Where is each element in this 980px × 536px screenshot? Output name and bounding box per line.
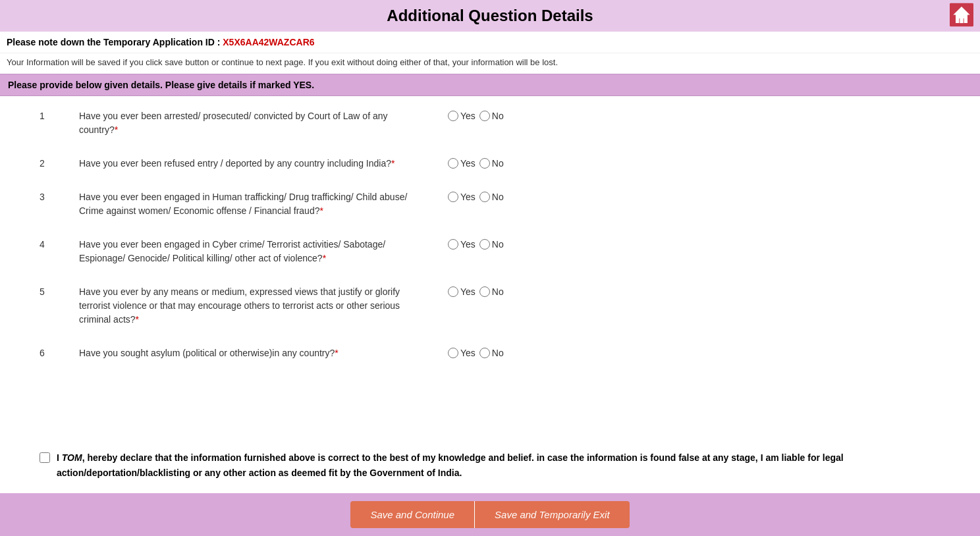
required-marker-4: * [323,253,326,263]
question-num-4: 4 [40,238,79,250]
radio-group-3: Yes No [448,190,504,202]
declaration-name: TOM [62,452,82,463]
question-row-inner-3: 3 Have you ever been engaged in Human tr… [40,190,940,218]
radio-no-2[interactable] [479,158,490,169]
save-exit-button[interactable]: Save and Temporarily Exit [474,501,630,528]
radio-no-4[interactable] [479,239,490,250]
page-wrapper: Additional Question Details Please note … [0,0,980,536]
required-marker-2: * [391,158,395,169]
radio-yes-text-3: Yes [460,192,476,202]
radio-yes-text-6: Yes [460,348,476,358]
radio-no-label-4[interactable]: No [479,239,504,250]
info-text: Your Information will be saved if you cl… [0,53,980,74]
radio-group-2: Yes No [448,157,504,169]
question-row-inner-1: 1 Have you ever been arrested/ prosecute… [40,109,940,137]
question-text-4: Have you ever been engaged in Cyber crim… [79,238,408,265]
declaration-content: I TOM, hereby declare that the informati… [57,450,940,480]
radio-no-label-5[interactable]: No [479,286,504,297]
question-num-3: 3 [40,190,79,202]
app-id-value: X5X6AA42WAZCAR6 [223,37,314,47]
radio-yes-5[interactable] [448,286,458,297]
svg-rect-2 [960,18,963,23]
radio-yes-text-5: Yes [460,286,476,297]
radio-no-text-6: No [492,348,504,358]
radio-no-label-2[interactable]: No [479,158,504,169]
footer-bar: Save and Continue Save and Temporarily E… [0,493,980,536]
radio-no-label-6[interactable]: No [479,348,504,358]
radio-no-text-1: No [492,111,504,121]
question-row-inner-2: 2 Have you ever been refused entry / dep… [40,157,940,171]
declaration-area: I TOM, hereby declare that the informati… [0,444,980,493]
radio-yes-1[interactable] [448,111,458,121]
radio-no-1[interactable] [479,111,490,121]
question-row-4: 4 Have you ever been engaged in Cyber cr… [40,238,940,265]
radio-yes-2[interactable] [448,158,458,169]
required-marker-1: * [115,124,118,135]
radio-yes-label-5[interactable]: Yes [448,286,476,297]
declaration-strong: I TOM, hereby declare that the informati… [57,452,844,477]
declaration-text: I TOM, hereby declare that the informati… [40,450,940,480]
home-icon[interactable] [950,3,973,29]
question-text-1: Have you ever been arrested/ prosecuted/… [79,109,408,137]
instruction-bar: Please provide below given details. Plea… [0,74,980,96]
required-marker-6: * [335,348,338,358]
question-text-3: Have you ever been engaged in Human traf… [79,190,408,218]
radio-group-1: Yes No [448,109,504,121]
question-row-2: 2 Have you ever been refused entry / dep… [40,157,940,171]
radio-yes-label-6[interactable]: Yes [448,348,476,358]
radio-no-label-1[interactable]: No [479,111,504,121]
question-num-2: 2 [40,157,79,169]
radio-yes-6[interactable] [448,348,458,358]
question-num-5: 5 [40,285,79,297]
radio-yes-text-1: Yes [460,111,476,121]
question-text-5: Have you ever by any means or medium, ex… [79,285,408,327]
radio-yes-4[interactable] [448,239,458,250]
question-text-6: Have you sought asylum (political or oth… [79,346,408,360]
radio-yes-label-2[interactable]: Yes [448,158,476,169]
question-row-6: 6 Have you sought asylum (political or o… [40,346,940,360]
radio-yes-text-4: Yes [460,239,476,250]
question-text-2: Have you ever been refused entry / depor… [79,157,408,171]
save-continue-button[interactable]: Save and Continue [350,501,474,528]
required-marker-5: * [136,314,139,325]
radio-no-label-3[interactable]: No [479,192,504,202]
header-bar: Additional Question Details [0,0,980,32]
app-id-label: Please note down the Temporary Applicati… [7,37,220,47]
radio-yes-label-1[interactable]: Yes [448,111,476,121]
question-row-1: 1 Have you ever been arrested/ prosecute… [40,109,940,137]
declaration-checkbox[interactable] [40,452,50,463]
radio-no-5[interactable] [479,286,490,297]
question-row-inner-6: 6 Have you sought asylum (political or o… [40,346,940,360]
radio-group-5: Yes No [448,285,504,297]
radio-no-text-2: No [492,158,504,169]
radio-no-text-5: No [492,286,504,297]
question-num-1: 1 [40,109,79,121]
required-marker-3: * [319,205,323,216]
radio-yes-label-4[interactable]: Yes [448,239,476,250]
radio-no-6[interactable] [479,348,490,358]
radio-group-4: Yes No [448,238,504,250]
question-row-5: 5 Have you ever by any means or medium, … [40,285,940,327]
question-num-6: 6 [40,346,79,358]
questions-area: 1 Have you ever been arrested/ prosecute… [0,96,980,444]
app-id-bar: Please note down the Temporary Applicati… [0,32,980,53]
radio-no-3[interactable] [479,192,490,202]
radio-no-text-4: No [492,239,504,250]
radio-yes-text-2: Yes [460,158,476,169]
page-title: Additional Question Details [387,7,593,25]
question-row-inner-4: 4 Have you ever been engaged in Cyber cr… [40,238,940,265]
radio-group-6: Yes No [448,346,504,358]
radio-yes-3[interactable] [448,192,458,202]
question-row-3: 3 Have you ever been engaged in Human tr… [40,190,940,218]
radio-no-text-3: No [492,192,504,202]
radio-yes-label-3[interactable]: Yes [448,192,476,202]
question-row-inner-5: 5 Have you ever by any means or medium, … [40,285,940,327]
